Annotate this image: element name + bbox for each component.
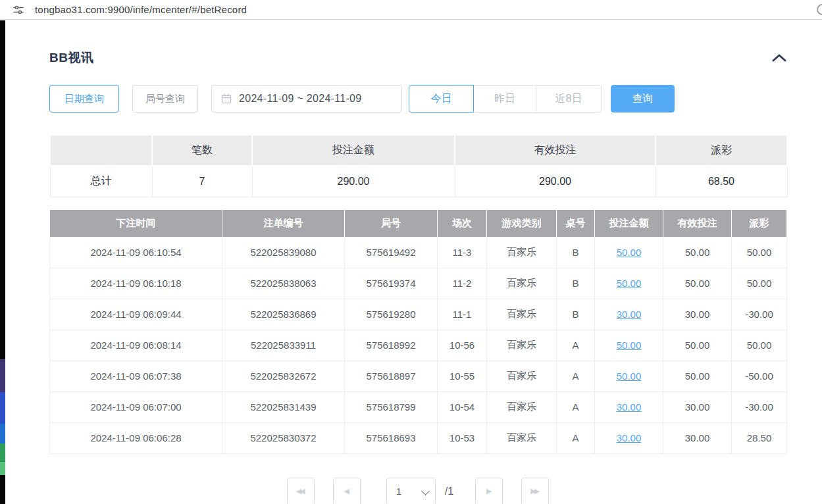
bet-time-cell: 2024-11-09 06:10:18 xyxy=(50,268,222,299)
valid-bet-cell: 50.00 xyxy=(663,237,732,268)
payout-cell: -30.00 xyxy=(732,391,787,422)
summary-header-payout: 派彩 xyxy=(655,135,787,166)
round-id-cell: 575618897 xyxy=(345,361,438,391)
filter-bar: 日期查询 局号查询 2024-11-09 ~ 2024-11-09 今日 xyxy=(49,85,786,113)
round-id-cell: 575619374 xyxy=(345,268,438,299)
bet-amount-link[interactable]: 30.00 xyxy=(617,309,642,320)
order-id-cell: 522025832672 xyxy=(222,361,345,391)
strip-color-block xyxy=(0,424,5,443)
header-session: 场次 xyxy=(438,209,487,237)
records-header-row: 下注时间 注单编号 局号 场次 游戏类别 桌号 投注金额 有效投注 派彩 xyxy=(50,209,787,237)
payout-cell: 50.00 xyxy=(732,330,787,361)
session-cell: 10-53 xyxy=(438,422,487,453)
round-id-cell: 575618799 xyxy=(345,391,438,422)
payout-cell: -50.00 xyxy=(732,361,787,391)
today-button[interactable]: 今日 xyxy=(409,85,474,113)
header-bet-amount: 投注金额 xyxy=(595,209,663,237)
payout-cell: 50.00 xyxy=(732,268,787,299)
first-page-button[interactable]: ◀◀ xyxy=(287,478,315,504)
payout-cell: 50.00 xyxy=(732,237,787,268)
summary-header-bet-amount: 投注金额 xyxy=(252,135,455,166)
order-id-cell: 522025839080 xyxy=(222,237,345,268)
summary-count-value: 7 xyxy=(152,166,252,197)
bet-amount-link[interactable]: 30.00 xyxy=(617,401,642,413)
next-page-button[interactable]: ▶ xyxy=(475,478,503,504)
prev-page-button[interactable]: ◀ xyxy=(333,478,361,504)
bet-time-cell: 2024-11-09 06:10:54 xyxy=(50,237,222,268)
date-range-value: 2024-11-09 ~ 2024-11-09 xyxy=(239,93,361,105)
order-id-cell: 522025831439 xyxy=(222,391,345,422)
session-cell: 10-54 xyxy=(438,391,487,422)
game-type-cell: 百家乐 xyxy=(487,361,557,391)
page: BB视讯 日期查询 局号查询 xyxy=(0,20,822,504)
bet-amount-cell: 50.00 xyxy=(595,361,663,391)
bet-amount-cell: 30.00 xyxy=(595,391,663,422)
screen: tongbao31.com:9900/infe/mcenter/#/betRec… xyxy=(0,0,822,504)
bet-amount-cell: 50.00 xyxy=(595,268,663,299)
table-row: 2024-11-09 06:07:00 522025831439 5756187… xyxy=(50,391,787,422)
payout-cell: -30.00 xyxy=(732,299,787,330)
bet-amount-link[interactable]: 50.00 xyxy=(617,247,642,258)
table-row: 2024-11-09 06:07:38 522025832672 5756188… xyxy=(50,361,787,391)
valid-bet-cell: 30.00 xyxy=(663,391,732,422)
table-row: 2024-11-09 06:06:28 522025830372 5756186… xyxy=(50,422,787,453)
session-cell: 10-55 xyxy=(438,361,487,391)
round-query-button[interactable]: 局号查询 xyxy=(132,85,198,113)
bet-amount-cell: 30.00 xyxy=(595,299,663,330)
panel-header: BB视讯 xyxy=(49,49,786,66)
session-cell: 11-3 xyxy=(438,237,487,268)
payout-cell: 28.50 xyxy=(732,422,787,453)
valid-bet-cell: 50.00 xyxy=(663,268,732,299)
game-type-cell: 百家乐 xyxy=(487,299,557,330)
order-id-cell: 522025830372 xyxy=(222,422,345,453)
session-cell: 10-56 xyxy=(438,330,487,361)
header-game-type: 游戏类别 xyxy=(487,209,557,237)
round-id-cell: 575618992 xyxy=(345,330,438,361)
collapse-chevron-up-icon[interactable] xyxy=(772,54,786,62)
browser-partial-icon xyxy=(817,4,822,15)
site-settings-icon[interactable] xyxy=(13,5,24,15)
header-bet-time: 下注时间 xyxy=(50,209,222,237)
header-table-code: 桌号 xyxy=(557,209,595,237)
records-table: 下注时间 注单编号 局号 场次 游戏类别 桌号 投注金额 有效投注 派彩 202… xyxy=(49,209,787,454)
search-button[interactable]: 查询 xyxy=(611,85,675,113)
last-page-button[interactable]: ▶▶ xyxy=(521,478,549,504)
header-valid-bet: 有效投注 xyxy=(663,209,732,237)
table-row: 2024-11-09 06:09:44 522025836869 5756192… xyxy=(50,299,787,330)
last-8-days-button[interactable]: 近8日 xyxy=(536,85,602,113)
date-query-button[interactable]: 日期查询 xyxy=(49,85,119,113)
strip-color-block xyxy=(0,359,5,392)
header-payout: 派彩 xyxy=(732,209,787,237)
round-id-cell: 575619280 xyxy=(345,299,438,330)
bet-amount-cell: 50.00 xyxy=(595,330,663,361)
table-code-cell: A xyxy=(557,330,595,361)
summary-table: 笔数 投注金额 有效投注 派彩 总计 7 290.00 290.00 68.50 xyxy=(49,134,788,197)
summary-valid-bet-value: 290.00 xyxy=(455,166,655,197)
order-id-cell: 522025838063 xyxy=(222,268,345,299)
valid-bet-cell: 30.00 xyxy=(663,422,732,453)
strip-color-block xyxy=(0,392,5,424)
page-select[interactable]: 1 xyxy=(386,478,436,504)
page-select-wrapper: 1 xyxy=(386,478,436,504)
table-row: 2024-11-09 06:08:14 522025833911 5756189… xyxy=(50,330,787,361)
browser-address-bar[interactable]: tongbao31.com:9900/infe/mcenter/#/betRec… xyxy=(0,0,822,20)
bet-amount-link[interactable]: 50.00 xyxy=(617,278,642,289)
summary-header-empty xyxy=(50,135,152,166)
valid-bet-cell: 50.00 xyxy=(663,330,732,361)
bet-amount-cell: 50.00 xyxy=(595,237,663,268)
pagination: ◀◀ ◀ 1 /1 ▶ ▶▶ xyxy=(49,478,786,504)
table-code-cell: B xyxy=(557,299,595,330)
game-type-cell: 百家乐 xyxy=(487,391,557,422)
table-code-cell: A xyxy=(557,361,595,391)
bet-amount-link[interactable]: 30.00 xyxy=(617,432,642,443)
yesterday-button[interactable]: 昨日 xyxy=(473,85,536,113)
bet-time-cell: 2024-11-09 06:07:38 xyxy=(50,361,222,391)
strip-color-block xyxy=(0,443,5,462)
bet-amount-link[interactable]: 50.00 xyxy=(617,370,642,382)
summary-total-label: 总计 xyxy=(50,166,152,197)
header-order-id: 注单编号 xyxy=(222,209,345,237)
order-id-cell: 522025836869 xyxy=(222,299,345,330)
table-row: 2024-11-09 06:10:18 522025838063 5756193… xyxy=(50,268,787,299)
bet-amount-link[interactable]: 50.00 xyxy=(617,340,642,351)
date-range-input[interactable]: 2024-11-09 ~ 2024-11-09 xyxy=(211,85,402,113)
